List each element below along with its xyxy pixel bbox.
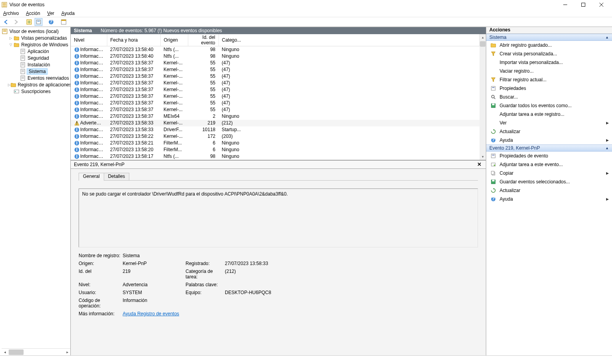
back-button[interactable]: [2, 18, 10, 26]
event-row[interactable]: iInformación27/07/2023 13:58:40Ntfs (...…: [71, 46, 480, 53]
event-category: (203): [219, 133, 480, 140]
event-row[interactable]: iInformación27/07/2023 13:58:37Kernel-..…: [71, 93, 480, 100]
action-item[interactable]: Propiedades: [486, 84, 612, 93]
action-item[interactable]: Adjuntar tarea a este evento...: [486, 160, 612, 169]
svg-rect-1: [3, 3, 6, 4]
event-source: Kernel-...: [160, 133, 188, 140]
tab-details[interactable]: Detalles: [104, 173, 129, 181]
properties-button[interactable]: [35, 18, 42, 26]
menu-view[interactable]: Ver: [46, 10, 55, 16]
event-row[interactable]: iInformación27/07/2023 13:58:37Kernel-..…: [71, 86, 480, 93]
event-row[interactable]: iInformación27/07/2023 13:58:21FilterM..…: [71, 140, 480, 146]
action-item[interactable]: ?Ayuda▶: [486, 195, 612, 203]
actions-section-event[interactable]: Evento 219, Kernel-PnP▲: [486, 145, 612, 152]
menu-help[interactable]: Ayuda: [61, 10, 75, 16]
event-source: Kernel-...: [160, 66, 188, 73]
action-item[interactable]: Ver▶: [486, 119, 612, 127]
event-source: FilterM...: [160, 146, 188, 153]
tree-item[interactable]: ▽Registros de Windows: [2, 41, 70, 48]
event-category: (47): [219, 86, 480, 93]
action-item[interactable]: ?Ayuda▶: [486, 136, 612, 145]
tree-root[interactable]: Visor de eventos (local): [2, 28, 70, 35]
event-source: Ntfs (...: [160, 53, 188, 60]
event-source: Kernel-...: [160, 106, 188, 113]
detail-close-button[interactable]: ✕: [476, 161, 483, 167]
tree-item[interactable]: ▷Vistas personalizadas: [2, 35, 70, 41]
tree-item[interactable]: Suscripciones: [2, 88, 70, 95]
event-category: (47): [219, 106, 480, 113]
action-item[interactable]: Importar vista personalizada...: [486, 58, 612, 67]
col-source[interactable]: Origen: [160, 34, 188, 46]
col-category[interactable]: Catego...: [219, 34, 480, 46]
col-level[interactable]: Nivel: [71, 34, 107, 46]
event-row[interactable]: iInformación27/07/2023 13:58:37Kernel-..…: [71, 106, 480, 113]
forward-button[interactable]: [12, 18, 20, 26]
tree-item[interactable]: ▷Registros de aplicaciones y servicios: [2, 81, 70, 88]
event-source: FilterM...: [160, 140, 188, 146]
col-eventid[interactable]: Id. del evento: [188, 34, 219, 46]
event-source: Kernel-...: [160, 93, 188, 100]
action-item[interactable]: Abrir registro guardado...: [486, 41, 612, 49]
show-tree-button[interactable]: [25, 18, 33, 26]
col-datetime[interactable]: Fecha y hora: [107, 34, 160, 46]
event-row[interactable]: iInformación27/07/2023 13:58:17Ntfs (...…: [71, 153, 480, 160]
action-item[interactable]: Actualizar: [486, 186, 612, 195]
event-row[interactable]: !Advertencia27/07/2023 13:58:33Kernel-..…: [71, 120, 480, 126]
event-id: 55: [188, 73, 219, 80]
tree-hscrollbar[interactable]: ◂▸: [2, 348, 70, 355]
event-row[interactable]: iInformación27/07/2023 13:58:37Kernel-..…: [71, 80, 480, 86]
menu-action[interactable]: Acción: [25, 10, 41, 16]
tab-general[interactable]: General: [79, 173, 104, 181]
event-row[interactable]: iInformación27/07/2023 13:58:40Ntfs (...…: [71, 53, 480, 60]
action-item[interactable]: Filtrar registro actual...: [486, 75, 612, 84]
help-button[interactable]: ?: [47, 18, 55, 26]
event-datetime: 27/07/2023 13:58:20: [107, 146, 160, 153]
tree-expander[interactable]: ▷: [8, 83, 11, 87]
minimize-button[interactable]: [556, 0, 574, 9]
action-item[interactable]: Actualizar: [486, 127, 612, 136]
event-category: Ninguno: [219, 140, 480, 146]
tree-item[interactable]: Aplicación: [2, 48, 70, 55]
action-label: Crear vista personalizada...: [500, 51, 609, 57]
event-source: DriverF...: [160, 126, 188, 133]
action-item[interactable]: Buscar...: [486, 93, 612, 101]
event-row[interactable]: iInformación27/07/2023 13:58:37Kernel-..…: [71, 66, 480, 73]
svg-rect-78: [492, 104, 494, 105]
action-item[interactable]: Adjuntar tarea a este registro...: [486, 110, 612, 119]
tree-item[interactable]: Sistema: [2, 68, 70, 75]
event-log-help-link[interactable]: Ayuda Registro de eventos: [123, 311, 179, 316]
action-item[interactable]: Guardar todos los eventos como...: [486, 101, 612, 110]
extra-button[interactable]: [60, 18, 68, 26]
event-level: iInformación: [71, 106, 107, 113]
action-label: Abrir registro guardado...: [500, 42, 609, 48]
action-item[interactable]: Guardar eventos seleccionados...: [486, 177, 612, 186]
event-level: iInformación: [71, 73, 107, 80]
event-row[interactable]: iInformación27/07/2023 13:58:20FilterM..…: [71, 146, 480, 153]
maximize-button[interactable]: [574, 0, 592, 9]
tree-item[interactable]: Seguridad: [2, 55, 70, 61]
actions-section-system[interactable]: Sistema▲: [486, 34, 612, 41]
info-icon: i: [74, 100, 79, 106]
event-row[interactable]: iInformación27/07/2023 13:58:37MEIx642Ni…: [71, 113, 480, 120]
event-row[interactable]: iInformación27/07/2023 13:58:33DriverF..…: [71, 126, 480, 133]
close-button[interactable]: [592, 0, 610, 9]
action-item[interactable]: Vaciar registro...: [486, 67, 612, 75]
action-item[interactable]: Crear vista personalizada...: [486, 49, 612, 58]
event-row[interactable]: iInformación27/07/2023 13:58:37Kernel-..…: [71, 73, 480, 80]
tree-expander[interactable]: ▷: [8, 36, 13, 40]
log-icon: [20, 69, 26, 74]
svg-rect-86: [491, 171, 494, 174]
tree-item[interactable]: Eventos reenviados: [2, 75, 70, 81]
menu-file[interactable]: Archivo: [2, 10, 20, 16]
event-source: Kernel-...: [160, 100, 188, 106]
action-item[interactable]: Propiedades de evento: [486, 152, 612, 160]
tree-item-label: Registros de aplicaciones y servicios: [17, 82, 70, 88]
action-item[interactable]: Copiar▶: [486, 169, 612, 177]
events-scrollbar[interactable]: ▴ ▾: [480, 34, 486, 160]
tree-item[interactable]: Instalación: [2, 61, 70, 68]
tree-expander[interactable]: ▽: [8, 43, 13, 47]
event-row[interactable]: iInformación27/07/2023 13:58:37Kernel-..…: [71, 100, 480, 106]
event-row[interactable]: iInformación27/07/2023 13:58:37Kernel-..…: [71, 60, 480, 66]
event-properties: Nombre de registro: Sistema Origen: Kern…: [79, 253, 478, 316]
event-row[interactable]: iInformación27/07/2023 13:58:22Kernel-..…: [71, 133, 480, 140]
